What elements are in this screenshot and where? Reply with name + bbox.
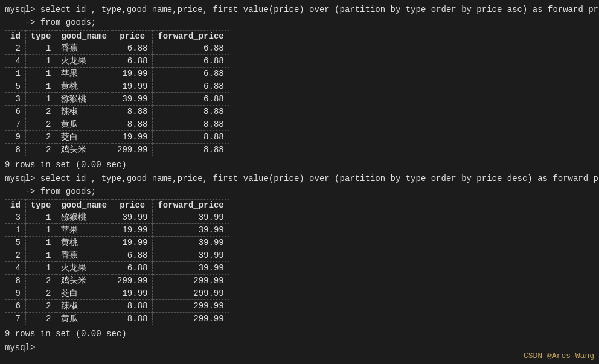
- table-cell: 19.99: [112, 80, 153, 93]
- table-row: 11苹果19.9939.99: [5, 224, 229, 237]
- table-row: 82鸡头米299.998.88: [5, 144, 229, 156]
- table-cell: 1: [25, 93, 56, 106]
- table-cell: 1: [25, 42, 56, 55]
- table-row: 72黄瓜8.888.88: [5, 118, 229, 131]
- table-cell: 黄瓜: [56, 313, 112, 325]
- table-row: 31猕猴桃39.996.88: [5, 93, 229, 106]
- col-header-id: id: [5, 31, 26, 42]
- table-cell: 茭白: [56, 131, 112, 144]
- col-header-name: good_name: [56, 31, 112, 42]
- table-cell: 6.88: [153, 68, 229, 80]
- table-cell: 1: [25, 249, 56, 262]
- table-cell: 39.99: [153, 224, 229, 237]
- table-cell: 2: [25, 300, 56, 313]
- watermark: CSDN @Ares-Wang: [524, 351, 594, 360]
- table-cell: 苹果: [56, 224, 112, 237]
- table-cell: 8.88: [153, 106, 229, 118]
- table-cell: 8.88: [153, 131, 229, 144]
- table-cell: 辣椒: [56, 106, 112, 118]
- table-cell: 9: [5, 287, 26, 300]
- table-cell: 8.88: [112, 118, 153, 131]
- table-cell: 猕猴桃: [56, 93, 112, 106]
- query1-prompt-line: mysql> select id , type,good_name,price,…: [5, 4, 594, 16]
- terminal: mysql> select id , type,good_name,price,…: [0, 0, 599, 364]
- table-cell: 香蕉: [56, 249, 112, 262]
- table-cell: 39.99: [112, 211, 153, 224]
- table-cell: 8: [5, 275, 26, 287]
- table-cell: 6.88: [153, 42, 229, 55]
- table-row: 51黄桃19.996.88: [5, 80, 229, 93]
- table-cell: 19.99: [112, 224, 153, 237]
- prompt2: mysql>: [5, 174, 40, 184]
- query1-sql: select id , type,good_name,price, first_…: [40, 5, 599, 14]
- table-cell: 39.99: [153, 249, 229, 262]
- table-cell: 7: [5, 118, 26, 131]
- table-cell: 鸡头米: [56, 144, 112, 156]
- table-cell: 1: [5, 224, 26, 237]
- table1-wrapper: id type good_name price forward_price 21…: [5, 30, 594, 156]
- table-cell: 火龙果: [56, 55, 112, 68]
- table2-header-row: id type good_name price forward_price: [5, 200, 229, 211]
- table-cell: 2: [25, 313, 56, 325]
- table-header-row: id type good_name price forward_price: [5, 31, 229, 42]
- table-cell: 1: [25, 237, 56, 249]
- table-cell: 1: [25, 262, 56, 275]
- table-cell: 黄桃: [56, 80, 112, 93]
- col2-header-id: id: [5, 200, 26, 211]
- query2-continuation: -> from goods;: [5, 185, 594, 198]
- table-cell: 6.88: [153, 80, 229, 93]
- table-cell: 2: [25, 275, 56, 287]
- table-cell: 6.88: [153, 93, 229, 106]
- table-cell: 2: [5, 42, 26, 55]
- col-header-fwd: forward_price: [153, 31, 229, 42]
- table-cell: 1: [5, 68, 26, 80]
- table-cell: 39.99: [153, 262, 229, 275]
- table-cell: 8.88: [112, 300, 153, 313]
- table-row: 82鸡头米299.99299.99: [5, 275, 229, 287]
- table-cell: 299.99: [153, 275, 229, 287]
- table-row: 62辣椒8.88299.99: [5, 300, 229, 313]
- table-row: 41火龙果6.8839.99: [5, 262, 229, 275]
- table-cell: 8.88: [153, 144, 229, 156]
- table2-wrapper: id type good_name price forward_price 31…: [5, 199, 594, 325]
- table-cell: 黄桃: [56, 237, 112, 249]
- query1-result-info: 9 rows in set (0.00 sec): [5, 158, 594, 173]
- result-table-1: id type good_name price forward_price 21…: [5, 30, 229, 156]
- table-cell: 6.88: [112, 55, 153, 68]
- table-cell: 19.99: [112, 68, 153, 80]
- table-cell: 6.88: [112, 249, 153, 262]
- table-cell: 火龙果: [56, 262, 112, 275]
- query1-continuation: -> from goods;: [5, 16, 594, 29]
- table-cell: 8: [5, 144, 26, 156]
- table-cell: 8.88: [112, 313, 153, 325]
- table-cell: 8.88: [153, 118, 229, 131]
- table-cell: 299.99: [153, 313, 229, 325]
- table-cell: 19.99: [112, 131, 153, 144]
- table-cell: 2: [25, 118, 56, 131]
- table-cell: 5: [5, 237, 26, 249]
- table-cell: 2: [25, 287, 56, 300]
- table-row: 11苹果19.996.88: [5, 68, 229, 80]
- table-cell: 1: [25, 224, 56, 237]
- col-header-price: price: [112, 31, 153, 42]
- table-cell: 鸡头米: [56, 275, 112, 287]
- table-cell: 1: [25, 211, 56, 224]
- table-cell: 6: [5, 300, 26, 313]
- query2-sql: select id , type,good_name,price, first_…: [40, 174, 599, 184]
- table-cell: 299.99: [112, 144, 153, 156]
- table-cell: 39.99: [112, 93, 153, 106]
- table-row: 21香蕉6.886.88: [5, 42, 229, 55]
- final-prompt: mysql>: [5, 343, 40, 353]
- table-cell: 猕猴桃: [56, 211, 112, 224]
- table-cell: 6.88: [112, 42, 153, 55]
- table-cell: 299.99: [112, 275, 153, 287]
- table-row: 41火龙果6.886.88: [5, 55, 229, 68]
- table-cell: 1: [25, 80, 56, 93]
- result-table-2: id type good_name price forward_price 31…: [5, 199, 229, 325]
- table-cell: 2: [25, 131, 56, 144]
- table-cell: 19.99: [112, 237, 153, 249]
- table-cell: 19.99: [112, 287, 153, 300]
- table-cell: 辣椒: [56, 300, 112, 313]
- table-row: 92茭白19.998.88: [5, 131, 229, 144]
- table-cell: 299.99: [153, 300, 229, 313]
